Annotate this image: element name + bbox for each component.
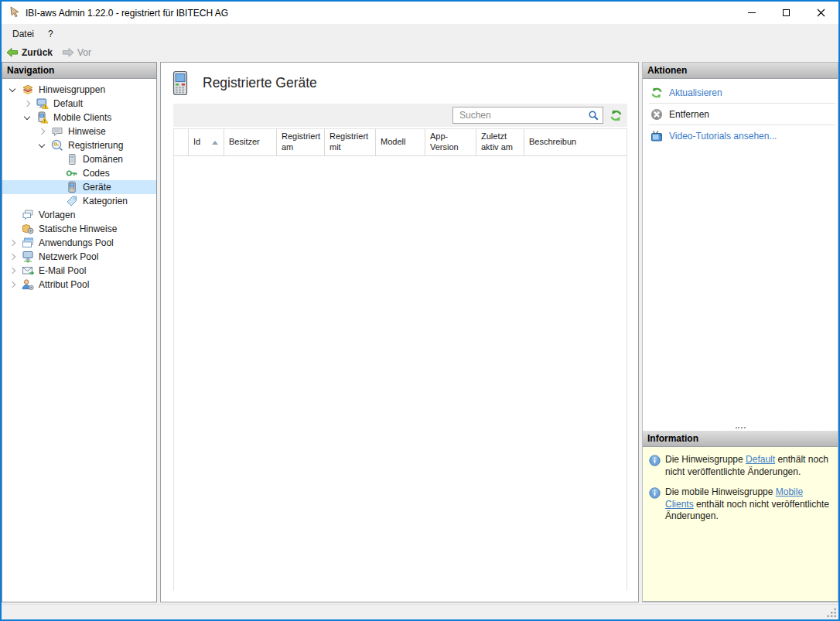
static-notices-icon (22, 223, 34, 235)
tree-item-attribut-pool[interactable]: Attribut Pool (2, 278, 156, 292)
column-app-version[interactable]: App-Version (425, 129, 476, 155)
chevron-down-icon[interactable] (24, 113, 30, 119)
devices-table-header: Id Besitzer Registriert am Registriert m… (174, 129, 627, 156)
devices-table-body (174, 156, 627, 591)
refresh-icon[interactable] (610, 109, 623, 122)
tree-item-label: Netzwerk Pool (39, 251, 98, 262)
minimize-icon (748, 12, 756, 13)
column-modell[interactable]: Modell (376, 129, 425, 155)
chevron-right-icon[interactable] (9, 268, 15, 274)
menu-bar: Datei ? (2, 24, 838, 43)
maximize-button[interactable] (769, 2, 804, 24)
chevron-right-icon[interactable] (9, 281, 15, 288)
application-pool-icon (22, 237, 34, 249)
video-icon (650, 130, 663, 142)
tree-item-label: Domänen (83, 154, 123, 165)
right-panel: Aktionen Aktualisieren Entfernen Video-T… (642, 62, 838, 602)
search-toolbar (173, 104, 627, 127)
tree-item-vorlagen[interactable]: Vorlagen (2, 208, 156, 222)
tree-item-label: Kategorien (83, 196, 128, 206)
close-icon (817, 9, 825, 17)
column-registriert-am[interactable]: Registriert am (277, 129, 325, 155)
forward-button[interactable]: Vor (57, 46, 96, 60)
information-header: Information (643, 431, 838, 447)
tree-item-domaenen[interactable]: Domänen (2, 152, 156, 166)
tree-item-label: Statische Hinweise (39, 223, 117, 234)
speech-bubble-icon (51, 125, 63, 138)
sort-ascending-icon (212, 141, 218, 145)
back-button[interactable]: Zurück (2, 46, 57, 60)
column-row-selector[interactable] (174, 129, 189, 155)
resize-grip-icon[interactable] (827, 608, 837, 618)
chevron-right-icon[interactable] (9, 240, 15, 246)
main-content-panel: Registrierte Geräte Id Besitzer Registri… (160, 62, 639, 602)
device-header-icon (172, 70, 190, 96)
page-title: Registrierte Geräte (203, 75, 317, 91)
information-area: Die Hinweisgruppe Default enthält noch n… (643, 447, 838, 602)
monitor-warning-icon (36, 97, 49, 110)
device-icon (66, 181, 78, 193)
tree-item-label: Hinweisgruppen (39, 84, 105, 95)
key-icon (66, 167, 78, 179)
tree-item-label: Default (53, 98, 83, 109)
tag-icon (66, 195, 78, 207)
nav-toolbar: Zurück Vor (2, 43, 838, 62)
navigation-tree: Hinweisgruppen Default Mobile Clients Hi… (2, 79, 156, 292)
back-arrow-icon (6, 47, 19, 58)
chevron-down-icon[interactable] (39, 141, 45, 147)
registration-icon (51, 139, 63, 152)
action-aktualisieren[interactable]: Aktualisieren (643, 82, 838, 103)
info-circle-icon (649, 455, 661, 466)
column-beschreibung[interactable]: Beschreibun (524, 129, 628, 155)
column-besitzer[interactable]: Besitzer (224, 129, 277, 155)
tree-item-anwendungs-pool[interactable]: Anwendungs Pool (2, 236, 156, 250)
tree-item-kategorien[interactable]: Kategorien (2, 194, 156, 208)
info-text: Die mobile Hinweisgruppe (665, 486, 776, 497)
tree-item-label: Registrierung (68, 140, 123, 151)
action-entfernen[interactable]: Entfernen (643, 104, 838, 125)
tree-item-geraete[interactable]: Geräte (2, 180, 156, 194)
link-default[interactable]: Default (746, 454, 775, 465)
refresh-icon (650, 87, 663, 99)
tree-item-label: Codes (83, 168, 110, 179)
chevron-right-icon[interactable] (24, 101, 30, 107)
app-icon (9, 5, 21, 21)
tree-item-registrierung[interactable]: Registrierung (2, 138, 156, 152)
maximize-icon (783, 9, 790, 16)
info-text: Die Hinweisgruppe (665, 454, 746, 465)
tree-item-hinweise[interactable]: Hinweise (2, 125, 156, 138)
tree-item-netzwerk-pool[interactable]: Netzwerk Pool (2, 250, 156, 264)
tree-item-label: Anwendungs Pool (39, 237, 114, 248)
domain-icon (66, 153, 78, 165)
chevron-right-icon[interactable] (9, 254, 15, 260)
minimize-button[interactable] (734, 2, 769, 24)
tree-item-label: Attribut Pool (39, 279, 89, 290)
tree-item-default[interactable]: Default (2, 97, 156, 111)
search-icon[interactable] (588, 110, 599, 121)
email-pool-icon (22, 264, 34, 277)
network-pool-icon (22, 251, 34, 263)
action-video-tutorials[interactable]: Video-Tutorials ansehen... (643, 125, 838, 146)
column-registriert-mit[interactable]: Registriert mit (325, 129, 376, 155)
notice-groups-icon (22, 84, 34, 96)
tree-item-mobile-clients[interactable]: Mobile Clients (2, 111, 156, 125)
mobile-warning-icon (36, 111, 49, 124)
tree-item-codes[interactable]: Codes (2, 166, 156, 180)
tree-item-hinweisgruppen[interactable]: Hinweisgruppen (2, 83, 156, 97)
search-input[interactable] (453, 108, 583, 122)
tree-item-email-pool[interactable]: E-Mail Pool (2, 264, 156, 278)
menu-help[interactable]: ? (41, 26, 60, 43)
tree-item-label: Hinweise (68, 126, 106, 137)
chevron-right-icon[interactable] (39, 128, 45, 135)
column-zuletzt-aktiv-am[interactable]: Zuletzt aktiv am (476, 129, 524, 155)
panel-splitter[interactable] (643, 427, 838, 428)
chevron-down-icon[interactable] (9, 85, 15, 91)
actions-header: Aktionen (643, 63, 838, 79)
close-button[interactable] (804, 2, 838, 24)
tree-item-statische-hinweise[interactable]: Statische Hinweise (2, 222, 156, 236)
tree-item-label: E-Mail Pool (39, 265, 86, 276)
tree-item-label: Vorlagen (39, 210, 75, 220)
info-item-default: Die Hinweisgruppe Default enthält noch n… (649, 454, 833, 478)
column-id[interactable]: Id (189, 129, 224, 155)
menu-datei[interactable]: Datei (5, 26, 41, 43)
